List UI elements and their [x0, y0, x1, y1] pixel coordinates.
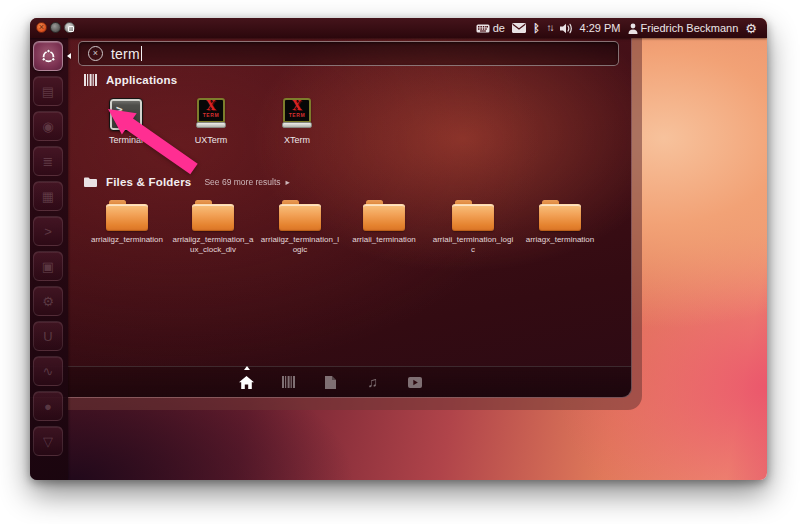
dash-panel: × term Applications >_ Terminal: [30, 38, 632, 398]
launcher-icon: ⚙: [42, 294, 54, 309]
launcher-icon: >: [44, 224, 52, 239]
ubuntu-desktop: de ᛒ ↑↓ 4:29 PM Friedrich Beckmann: [30, 18, 767, 480]
bluetooth-icon: ᛒ: [533, 23, 540, 34]
launcher-icon: ▦: [42, 189, 54, 204]
folder-icon: [106, 200, 148, 231]
session-menu[interactable]: ⚙: [745, 22, 757, 35]
bluetooth-menu[interactable]: ᛒ: [533, 23, 540, 34]
close-button[interactable]: [36, 22, 47, 33]
trash-icon: ▽: [43, 434, 53, 449]
see-more-results-link[interactable]: See 69 more results ▸: [204, 177, 289, 187]
applications-icon: [84, 74, 97, 86]
app-label: XTerm: [261, 135, 333, 145]
xterm-x-glyph: X: [199, 101, 223, 112]
app-label: UXTerm: [175, 135, 247, 145]
ubuntu-logo-icon: [38, 46, 59, 67]
launcher-icon: ≣: [43, 154, 54, 169]
network-menu[interactable]: ↑↓: [547, 23, 553, 33]
file-icon: [325, 376, 336, 389]
dash-frame: × term Applications >_ Terminal: [30, 38, 642, 410]
mail-icon: [512, 23, 526, 33]
folder-label: arriaii_termination_logic: [430, 235, 516, 254]
folder-result[interactable]: arriaii_termination: [341, 200, 427, 245]
active-app-arrow-icon: [67, 53, 71, 59]
text-cursor: [141, 46, 142, 61]
active-lens-indicator: [244, 366, 250, 370]
folder-result[interactable]: arriagx_termination: [517, 200, 603, 245]
chevron-right-icon: ▸: [286, 177, 290, 187]
messaging-menu[interactable]: [512, 23, 526, 33]
files-section-header: Files & Folders See 69 more results ▸: [84, 176, 290, 188]
app-result-uxterm[interactable]: X TERM UXTerm: [175, 98, 247, 145]
lens-music[interactable]: ♫: [364, 373, 382, 391]
lens-bar: ♫: [30, 366, 631, 397]
top-panel: de ᛒ ↑↓ 4:29 PM Friedrich Beckmann: [30, 18, 767, 38]
search-input[interactable]: × term: [78, 41, 619, 66]
video-icon: [408, 377, 422, 388]
maximize-button[interactable]: [64, 22, 75, 33]
launcher-item-1[interactable]: ▤: [33, 76, 63, 106]
folder-result[interactable]: arriaii_termination_logic: [430, 200, 516, 254]
launcher-item-7[interactable]: ⚙: [33, 286, 63, 316]
clock-indicator[interactable]: 4:29 PM: [580, 22, 621, 34]
folder-icon: [84, 177, 97, 187]
user-menu[interactable]: Friedrich Beckmann: [628, 22, 739, 34]
keyboard-layout-indicator[interactable]: de: [476, 22, 505, 34]
launcher-item-10[interactable]: ●: [33, 391, 63, 421]
files-section-title: Files & Folders: [106, 176, 191, 188]
folder-label: arriaiigz_termination: [84, 235, 170, 245]
lens-files[interactable]: [322, 373, 340, 391]
folder-icon: [452, 200, 494, 231]
launcher-item-3[interactable]: ≣: [33, 146, 63, 176]
launcher-item-2[interactable]: ◉: [33, 111, 63, 141]
folder-icon: [279, 200, 321, 231]
keyboard-icon: [476, 24, 490, 33]
folder-result[interactable]: arriaiigz_termination: [84, 200, 170, 245]
xterm-screen: X TERM: [283, 98, 311, 123]
xterm-x-glyph: X: [285, 101, 309, 112]
network-icon: ↑↓: [547, 23, 553, 33]
window-controls: [36, 22, 75, 33]
launcher-icon: ▤: [42, 84, 54, 99]
folder-result[interactable]: arriaiigz_termination_logic: [257, 200, 343, 254]
search-value: term: [111, 46, 140, 62]
indicator-area: de ᛒ ↑↓ 4:29 PM Friedrich Beckmann: [476, 18, 757, 38]
launcher-item-8[interactable]: U: [33, 321, 63, 351]
applications-section-header: Applications: [84, 74, 177, 86]
home-icon: [239, 376, 254, 389]
xterm-term-glyph: TERM: [199, 112, 223, 118]
clear-search-icon[interactable]: ×: [88, 46, 103, 61]
clock-label: 4:29 PM: [580, 22, 621, 34]
lens-video[interactable]: [406, 373, 424, 391]
clear-search-glyph: ×: [93, 49, 98, 58]
keyboard-layout-label: de: [493, 22, 505, 34]
terminal-icon: >_: [109, 98, 143, 131]
xterm-icon: X TERM: [280, 98, 314, 131]
folder-label: arriaii_termination: [341, 235, 427, 245]
xterm-term-glyph: TERM: [285, 112, 309, 118]
launcher-item-4[interactable]: ▦: [33, 181, 63, 211]
app-result-xterm[interactable]: X TERM XTerm: [261, 98, 333, 145]
lens-applications[interactable]: [280, 373, 298, 391]
launcher-item-trash[interactable]: ▽: [33, 426, 63, 456]
folder-result[interactable]: arriaiigz_termination_aux_clock_div: [170, 200, 256, 254]
volume-icon: [560, 23, 573, 34]
lens-home[interactable]: [238, 373, 256, 391]
launcher-item-5[interactable]: >: [33, 216, 63, 246]
dash-home-button[interactable]: [33, 41, 63, 71]
folder-label: arriaiigz_termination_logic: [257, 235, 343, 254]
app-result-terminal[interactable]: >_ Terminal: [90, 98, 162, 145]
sound-menu[interactable]: [560, 23, 573, 34]
applications-icon: [282, 376, 295, 388]
launcher-icon: ∿: [43, 364, 54, 379]
folder-icon: [539, 200, 581, 231]
xterm-base: [196, 122, 226, 128]
launcher-item-6[interactable]: ▣: [33, 251, 63, 281]
user-icon: [628, 23, 638, 34]
launcher-icon: ●: [44, 399, 52, 414]
folder-icon: [192, 200, 234, 231]
app-label: Terminal: [90, 135, 162, 145]
launcher-item-9[interactable]: ∿: [33, 356, 63, 386]
launcher-icon: ▣: [42, 259, 54, 274]
minimize-button[interactable]: [50, 22, 61, 33]
